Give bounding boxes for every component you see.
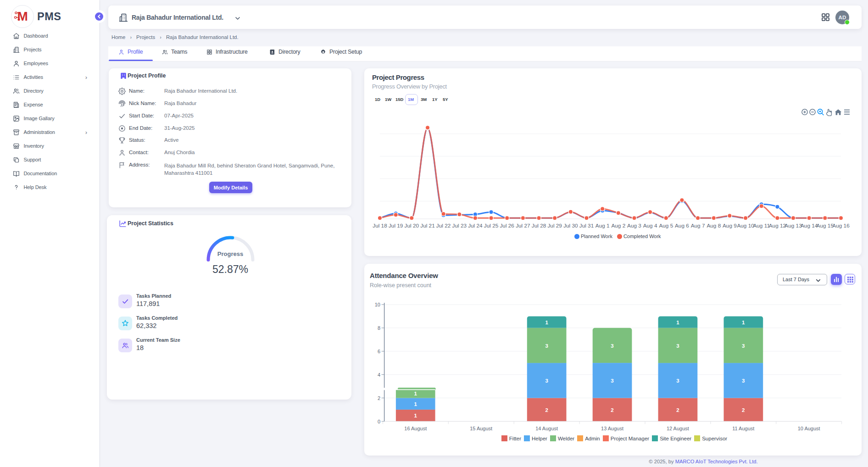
svg-text:13 August: 13 August <box>601 426 623 431</box>
svg-text:Aug 5: Aug 5 <box>659 222 673 229</box>
svg-text:Aug 11: Aug 11 <box>753 222 770 229</box>
svg-text:Jul 18: Jul 18 <box>373 222 387 229</box>
svg-text:Aug 10: Aug 10 <box>737 222 754 229</box>
svg-text:3: 3 <box>742 343 745 349</box>
svg-text:Jul 24: Jul 24 <box>468 222 483 229</box>
svg-text:1: 1 <box>414 413 417 418</box>
svg-text:Aug 2: Aug 2 <box>611 222 625 229</box>
svg-text:0: 0 <box>378 419 380 424</box>
svg-text:15 August: 15 August <box>470 426 492 431</box>
svg-text:3: 3 <box>545 378 548 384</box>
svg-text:Aug 15: Aug 15 <box>817 222 834 229</box>
svg-text:1: 1 <box>414 391 417 396</box>
svg-text:Jul 20: Jul 20 <box>405 222 419 229</box>
svg-text:Jul 22: Jul 22 <box>436 222 451 229</box>
svg-text:10 August: 10 August <box>798 426 820 431</box>
svg-text:Aug 8: Aug 8 <box>707 222 721 229</box>
svg-text:Aug 12: Aug 12 <box>769 222 786 229</box>
svg-text:Jul 27: Jul 27 <box>516 222 530 229</box>
svg-text:10: 10 <box>375 302 380 307</box>
svg-text:Aug 16: Aug 16 <box>832 222 850 229</box>
svg-text:1: 1 <box>545 320 548 325</box>
svg-text:2: 2 <box>742 407 745 413</box>
svg-text:Jul 31: Jul 31 <box>579 222 594 229</box>
svg-text:Aug 7: Aug 7 <box>691 222 705 229</box>
svg-text:Aug 1: Aug 1 <box>595 222 610 229</box>
svg-text:1: 1 <box>414 401 417 407</box>
svg-text:3: 3 <box>545 343 548 349</box>
svg-text:3: 3 <box>676 378 679 384</box>
svg-text:Aug 9: Aug 9 <box>723 222 737 229</box>
svg-text:Jul 29: Jul 29 <box>547 222 562 229</box>
svg-text:2: 2 <box>545 407 548 413</box>
svg-text:Aug 13: Aug 13 <box>785 222 802 229</box>
svg-text:16 August: 16 August <box>404 426 427 431</box>
svg-text:Jul 25: Jul 25 <box>484 222 499 229</box>
svg-text:2: 2 <box>611 407 613 413</box>
svg-text:Jul 19: Jul 19 <box>389 222 403 229</box>
svg-text:2: 2 <box>676 407 679 413</box>
svg-text:14 August: 14 August <box>535 426 558 431</box>
svg-text:Aug 3: Aug 3 <box>627 222 641 229</box>
svg-text:Jul 28: Jul 28 <box>532 222 546 229</box>
svg-text:M: M <box>17 9 28 23</box>
svg-text:8: 8 <box>378 325 380 331</box>
svg-text:3: 3 <box>611 378 613 384</box>
svg-text:12 August: 12 August <box>667 426 689 431</box>
svg-text:Jul 26: Jul 26 <box>500 222 514 229</box>
svg-text:1: 1 <box>676 320 679 325</box>
svg-text:Aug 6: Aug 6 <box>675 222 689 229</box>
svg-text:Jul 30: Jul 30 <box>563 222 578 229</box>
svg-text:2: 2 <box>378 395 380 401</box>
svg-text:Jul 23: Jul 23 <box>452 222 467 229</box>
svg-text:4: 4 <box>378 372 380 378</box>
svg-text:Jul 21: Jul 21 <box>420 222 434 229</box>
svg-text:3: 3 <box>676 343 679 349</box>
svg-text:Aug 14: Aug 14 <box>801 222 818 229</box>
svg-text:Aug 4: Aug 4 <box>643 222 657 229</box>
svg-text:1: 1 <box>742 320 745 325</box>
svg-text:3: 3 <box>611 343 613 349</box>
svg-text:11 August: 11 August <box>732 426 754 431</box>
svg-text:6: 6 <box>378 349 380 354</box>
svg-text:3: 3 <box>742 378 745 384</box>
